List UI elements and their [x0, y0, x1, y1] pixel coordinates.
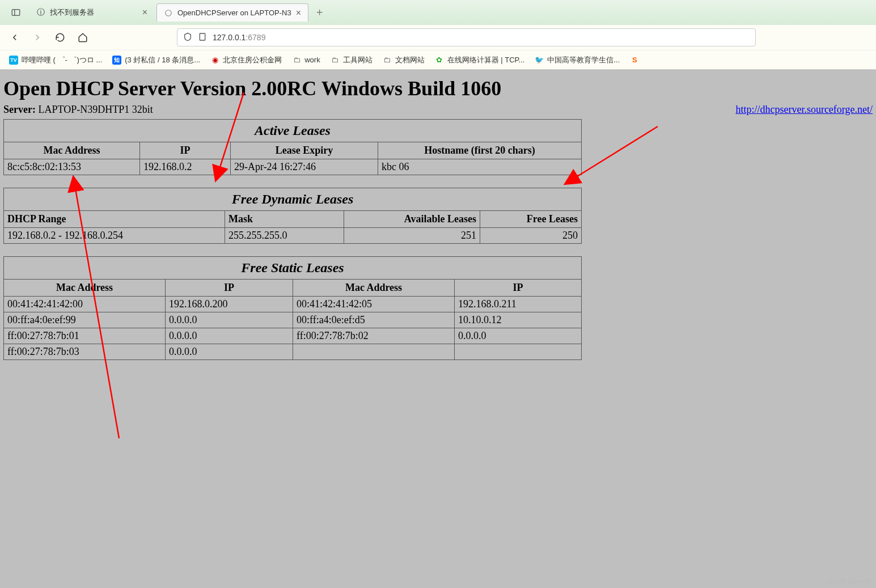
col-header: IP [455, 280, 582, 297]
page-content: Open DHCP Server Version 2.00RC Windows … [0, 70, 876, 588]
document-icon [198, 32, 207, 43]
cell-mac [293, 344, 455, 360]
col-header: Free Leases [480, 211, 582, 228]
new-tab-button[interactable]: + [311, 6, 328, 19]
tab-inactive[interactable]: ⓘ 找不到服务器 × [29, 3, 154, 22]
site-icon: ◉ [210, 56, 219, 65]
col-header: Mask [225, 211, 344, 228]
bookmark-label: work [304, 56, 320, 64]
tab-active[interactable]: OpenDHCPServer on LAPTOP-N3 × [156, 3, 308, 22]
svg-line-5 [575, 126, 658, 177]
table-title: Active Leases [4, 120, 582, 142]
cell-ip [455, 344, 582, 360]
cell-ip: 192.168.0.2 [140, 159, 231, 175]
folder-icon: 🗀 [292, 56, 301, 65]
table-row: 00:ff:a4:0e:ef:99 0.0.0.0 00:ff:a4:0e:ef… [4, 312, 582, 328]
url-bar[interactable]: 127.0.0.1:6789 [177, 28, 756, 46]
col-header: Mac Address [4, 142, 140, 159]
cell-mac: ff:00:27:78:7b:02 [293, 328, 455, 344]
svg-point-2 [166, 10, 172, 16]
col-header: Lease Expiry [231, 142, 378, 159]
col-header: IP [166, 280, 293, 297]
back-button[interactable] [7, 29, 23, 45]
cell-mac: 00:41:42:41:42:05 [293, 297, 455, 312]
bookmarks-bar: TV 哔哩哔哩 ( ゜- ゜)つロ ... 知 (3 封私信 / 18 条消息.… [0, 50, 876, 69]
bilibili-icon: TV [9, 56, 18, 65]
svg-rect-3 [200, 33, 205, 40]
server-line: Server: LAPTOP-N39DHTP1 32bit http://dhc… [3, 104, 873, 116]
bookmark-item[interactable]: TV 哔哩哔哩 ( ゜- ゜)つロ ... [6, 53, 105, 67]
cell-mac: 00:ff:a4:0e:ef:99 [4, 312, 166, 328]
tab-bar: ⓘ 找不到服务器 × OpenDHCPServer on LAPTOP-N3 ×… [0, 0, 876, 25]
server-label: Server: [3, 104, 36, 115]
cell-ip: 0.0.0.0 [166, 328, 293, 344]
cell-ip: 10.10.0.12 [455, 312, 582, 328]
col-header: Hostname (first 20 chars) [378, 142, 582, 159]
cell-mask: 255.255.255.0 [225, 228, 344, 244]
site-icon: S [630, 56, 639, 65]
close-icon[interactable]: × [142, 7, 147, 18]
cell-mac: ff:00:27:78:7b:01 [4, 328, 166, 344]
bookmark-label: 北京住房公积金网 [223, 55, 282, 65]
table-row: 8c:c5:8c:02:13:53 192.168.0.2 29-Apr-24 … [4, 159, 582, 175]
cell-ip: 0.0.0.0 [455, 328, 582, 344]
site-icon: 🐦 [535, 56, 544, 65]
active-leases-table: Active Leases Mac Address IP Lease Expir… [3, 119, 582, 175]
tab-title: 找不到服务器 [50, 7, 138, 18]
cell-free: 250 [480, 228, 582, 244]
bookmark-folder[interactable]: 🗀 工具网站 [327, 53, 376, 67]
close-icon[interactable]: × [296, 8, 301, 18]
cell-ip: 192.168.0.200 [166, 297, 293, 312]
bookmark-item[interactable]: ✿ 在线网络计算器 | TCP... [431, 53, 528, 67]
col-header: Mac Address [293, 280, 455, 297]
cell-mac: 8c:c5:8c:02:13:53 [4, 159, 140, 175]
svg-rect-0 [12, 10, 20, 16]
col-header: Available Leases [344, 211, 480, 228]
tab-title: OpenDHCPServer on LAPTOP-N3 [177, 9, 291, 17]
cell-available: 251 [344, 228, 480, 244]
page-icon [164, 9, 173, 18]
table-row: ff:00:27:78:7b:03 0.0.0.0 [4, 344, 582, 360]
cell-mac: 00:ff:a4:0e:ef:d5 [293, 312, 455, 328]
bookmark-label: 文档网站 [395, 55, 425, 65]
col-header: DHCP Range [4, 211, 225, 228]
cell-mac: 00:41:42:41:42:00 [4, 297, 166, 312]
free-static-table: Free Static Leases Mac Address IP Mac Ad… [3, 256, 582, 360]
cell-expiry: 29-Apr-24 16:27:46 [231, 159, 378, 175]
cell-hostname: kbc 06 [378, 159, 582, 175]
bookmark-item[interactable]: ◉ 北京住房公积金网 [207, 53, 285, 67]
forward-button[interactable] [29, 29, 45, 45]
table-row: 00:41:42:41:42:00 192.168.0.200 00:41:42… [4, 297, 582, 312]
col-header: Mac Address [4, 280, 166, 297]
table-row: 192.168.0.2 - 192.168.0.254 255.255.255.… [4, 228, 582, 244]
folder-icon: 🗀 [331, 56, 340, 65]
sidebar-toggle-icon[interactable] [5, 7, 27, 18]
table-row: ff:00:27:78:7b:01 0.0.0.0 ff:00:27:78:7b… [4, 328, 582, 344]
shield-icon [183, 32, 192, 43]
browser-chrome: ⓘ 找不到服务器 × OpenDHCPServer on LAPTOP-N3 ×… [0, 0, 876, 70]
bookmark-folder[interactable]: 🗀 work [289, 53, 323, 67]
site-icon: ✿ [435, 56, 444, 65]
table-title: Free Dynamic Leases [4, 188, 582, 211]
cell-range: 192.168.0.2 - 192.168.0.254 [4, 228, 225, 244]
zhihu-icon: 知 [112, 56, 121, 65]
bookmark-item[interactable]: S [627, 53, 642, 67]
reload-button[interactable] [52, 29, 68, 45]
bookmark-label: 中国高等教育学生信... [547, 55, 620, 65]
home-button[interactable] [75, 29, 91, 45]
bookmark-label: (3 封私信 / 18 条消息... [125, 55, 200, 65]
bookmark-item[interactable]: 知 (3 封私信 / 18 条消息... [109, 53, 204, 67]
cell-ip: 0.0.0.0 [166, 312, 293, 328]
bookmark-label: 工具网站 [343, 55, 373, 65]
cell-ip: 192.168.0.211 [455, 297, 582, 312]
cell-ip: 0.0.0.0 [166, 344, 293, 360]
url-text: 127.0.0.1:6789 [213, 33, 265, 42]
col-header: IP [140, 142, 231, 159]
project-link[interactable]: http://dhcpserver.sourceforge.net/ [735, 104, 873, 116]
nav-bar: 127.0.0.1:6789 [0, 25, 876, 50]
bookmark-label: 在线网络计算器 | TCP... [447, 55, 525, 65]
bookmark-folder[interactable]: 🗀 文档网站 [379, 53, 428, 67]
info-icon: ⓘ [36, 8, 45, 17]
table-title: Free Static Leases [4, 257, 582, 280]
bookmark-item[interactable]: 🐦 中国高等教育学生信... [531, 53, 623, 67]
